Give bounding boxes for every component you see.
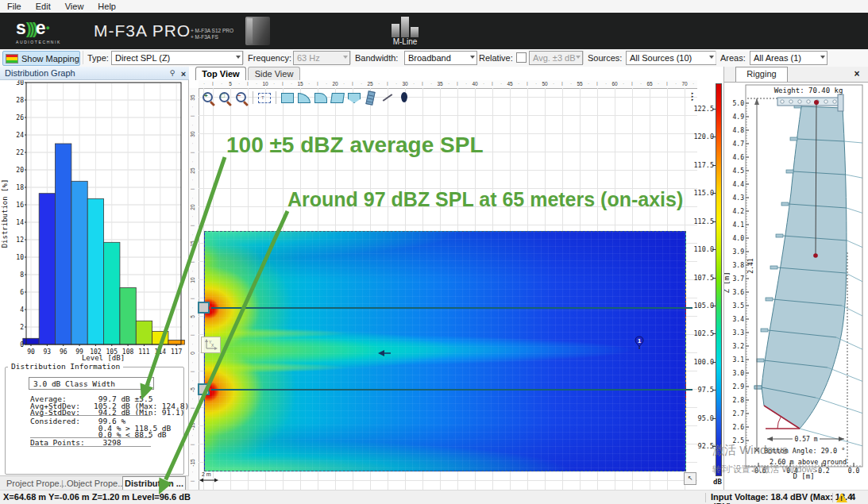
show-mapping-button[interactable]: Show Mapping xyxy=(2,51,80,66)
source-handle-2[interactable] xyxy=(198,383,210,395)
colorbar-gradient xyxy=(716,83,722,476)
mline-product: M-Line xyxy=(386,16,424,49)
svg-text:Weight: 70.40 kg: Weight: 70.40 kg xyxy=(774,87,843,94)
map-scale-indicator: 2 m xyxy=(199,471,223,484)
panel-collapse-arrows[interactable]: ▸▸▸ xyxy=(689,91,696,101)
svg-text:3.5: 3.5 xyxy=(733,302,745,310)
frequency-combo[interactable]: 63 Hz xyxy=(293,51,350,65)
svg-text:4.1: 4.1 xyxy=(733,221,745,229)
histogram-bar xyxy=(87,198,103,344)
tab-rigging[interactable]: Rigging xyxy=(735,67,788,82)
svg-text:30: 30 xyxy=(16,80,24,87)
pin-icon[interactable]: ⚲ xyxy=(168,68,177,78)
colorbar-tick-label: 95.0 xyxy=(690,414,714,422)
tab-object-properties[interactable]: Object Prope... xyxy=(67,479,125,488)
bandwidth-combo[interactable]: Broadband xyxy=(404,51,477,65)
svg-text:0.57 m: 0.57 m xyxy=(795,436,818,443)
svg-text:24: 24 xyxy=(16,132,24,139)
close-icon[interactable]: × xyxy=(179,67,188,79)
direction-arrow[interactable] xyxy=(378,346,392,360)
menubar: FileEditViewHelp xyxy=(0,0,868,13)
svg-text:14: 14 xyxy=(16,219,24,226)
spl-colorbar: dB 122.5120.0117.5115.0112.5110.0107.510… xyxy=(697,80,723,490)
colorbar-tick-label: 102.5 xyxy=(690,329,714,337)
line-array-icon[interactable] xyxy=(364,90,378,105)
svg-text:Level [dB]: Level [dB] xyxy=(82,354,125,361)
svg-text:16: 16 xyxy=(16,202,24,209)
svg-text:2: 2 xyxy=(20,324,24,331)
warning-icon[interactable]: ! xyxy=(836,493,847,502)
relative-combo[interactable]: Avg. ±3 dB xyxy=(529,51,583,65)
listener-pin[interactable]: 1 xyxy=(635,336,644,349)
svg-text:Z [m]: Z [m] xyxy=(724,271,731,293)
line-source-icon[interactable] xyxy=(380,90,395,105)
svg-text:3.7: 3.7 xyxy=(733,275,745,283)
type-combo[interactable]: Direct SPL (Z) xyxy=(111,51,243,65)
frequency-label: Frequency: xyxy=(248,53,291,63)
bandwidth-label: Bandwidth: xyxy=(355,53,398,63)
svg-text:2.41: 2.41 xyxy=(747,258,754,273)
listener-tool-icon[interactable] xyxy=(397,90,411,105)
svg-text:3.3: 3.3 xyxy=(733,329,745,337)
menu-view[interactable]: View xyxy=(58,2,91,11)
svg-text:12: 12 xyxy=(16,237,24,244)
svg-text:3.4: 3.4 xyxy=(733,316,745,323)
tab-top-view[interactable]: Top View xyxy=(195,67,246,80)
svg-text:3.8: 3.8 xyxy=(733,262,745,269)
menu-help[interactable]: Help xyxy=(91,2,123,11)
zoom-out-icon[interactable]: − xyxy=(234,90,249,105)
menu-file[interactable]: File xyxy=(0,2,29,11)
svg-text:0: 0 xyxy=(20,341,24,348)
svg-text:3.2: 3.2 xyxy=(733,343,745,350)
svg-text:111: 111 xyxy=(138,348,150,356)
brand-sub: AUDIOTECHNIK xyxy=(16,40,61,44)
area-rectangle-icon[interactable] xyxy=(280,90,295,105)
colorbar-tick-label: 107.5 xyxy=(690,274,714,282)
histogram-bar xyxy=(23,338,39,344)
map-canvas[interactable]: YX 1 2 m ↖ ▸▸▸ + □ − T xyxy=(199,88,697,490)
svg-text:93: 93 xyxy=(44,348,52,356)
svg-text:4.5: 4.5 xyxy=(733,167,745,175)
zoom-window-icon[interactable]: □ xyxy=(218,90,232,105)
area-quarter-icon[interactable] xyxy=(297,90,311,105)
rigging-close-icon[interactable]: × xyxy=(851,68,862,79)
reset-view-button[interactable]: ↖ xyxy=(684,472,696,485)
origin-axes-icon[interactable]: YX xyxy=(201,337,221,353)
colorbar-tick-label: 92.5 xyxy=(690,442,714,450)
sources-combo[interactable]: All Sources (10) xyxy=(626,51,716,65)
svg-text:-0.2: -0.2 xyxy=(814,467,829,475)
area-quad-icon[interactable] xyxy=(330,90,345,105)
cursor-position-status: X=64.68 m Y=-0.06 m Z=1.20 m Level=96.6 … xyxy=(3,492,191,502)
distribution-information-legend: Distribution Information xyxy=(8,362,123,371)
tab-distribution[interactable]: Distribution ... xyxy=(122,476,186,491)
mline-image xyxy=(386,16,424,37)
svg-text:10: 10 xyxy=(16,254,24,261)
svg-text:2.6: 2.6 xyxy=(733,424,745,431)
source-line-2[interactable] xyxy=(199,389,692,391)
zoom-in-icon[interactable]: + xyxy=(201,90,215,105)
svg-text:20: 20 xyxy=(16,167,24,174)
area-polygon-icon[interactable] xyxy=(347,90,361,105)
selection-area-icon[interactable]: T xyxy=(257,90,272,105)
svg-text:26: 26 xyxy=(16,114,24,121)
distribution-histogram: 0246810121416182022242628309093969910210… xyxy=(0,80,189,361)
tab-side-view[interactable]: Side View xyxy=(248,67,300,80)
areas-label: Areas: xyxy=(720,53,746,63)
svg-text:4.7: 4.7 xyxy=(733,140,745,148)
warning-count: 4 xyxy=(851,492,855,502)
svg-text:18: 18 xyxy=(16,184,24,191)
svg-text:3.0: 3.0 xyxy=(733,370,745,377)
area-pie-icon[interactable] xyxy=(314,90,328,105)
histogram-bar xyxy=(168,340,184,345)
source-line-1[interactable] xyxy=(199,307,692,309)
menu-edit[interactable]: Edit xyxy=(29,2,58,11)
svg-text:1: 1 xyxy=(638,337,641,344)
source-handle-1[interactable] xyxy=(198,302,210,314)
svg-text:4.9: 4.9 xyxy=(733,113,745,121)
relative-checkbox[interactable] xyxy=(516,52,527,63)
class-width-dropdown[interactable]: 3.0 dB Class Width⌄ xyxy=(29,377,154,390)
tab-project-properties[interactable]: Project Prope... xyxy=(6,479,67,488)
colorbar-tick-label: 117.5 xyxy=(690,161,714,169)
bottom-tab-bar: Project Prope... | Object Prope... Distr… xyxy=(0,475,189,491)
areas-combo[interactable]: All Areas (1) xyxy=(750,51,827,65)
